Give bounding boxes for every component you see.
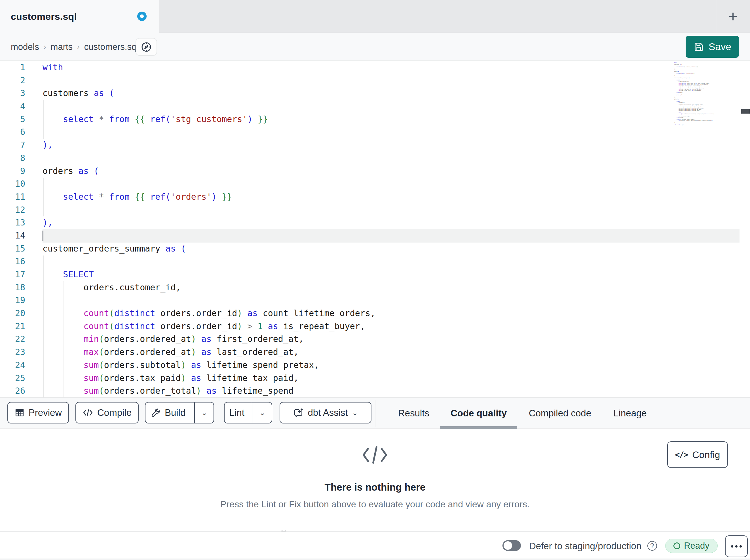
line-number: 1 [0,61,25,74]
lint-split-divider [252,402,252,423]
line-number: 4 [0,100,25,113]
code-line[interactable] [42,203,739,216]
preview-table-icon [15,408,25,418]
editor-gutter: 1234567891011121314151617181920212223242… [0,61,25,397]
config-code-icon: </> [675,450,688,459]
lint-dropdown-button[interactable]: ⌄ [253,409,272,417]
line-number: 13 [0,216,25,229]
new-tab-button[interactable]: + [723,6,744,27]
dot-icon [739,545,742,547]
lint-split-button: Lint ⌄ [224,402,272,423]
code-line[interactable]: orders as ( [42,165,739,178]
line-number: 14 [0,229,25,242]
line-number: 22 [0,333,25,346]
code-line[interactable]: customer_orders_summary as ( [42,242,739,255]
toolbar-group-divider [375,400,375,427]
code-line[interactable] [42,100,739,113]
tab-title: customers.sql [11,11,77,22]
code-line[interactable]: sum(orders.subtotal) as lifetime_spend_p… [42,359,739,372]
line-number: 18 [0,281,25,294]
code-line[interactable]: ), [42,139,739,151]
scrollbar-thumb[interactable] [741,109,750,113]
compile-code-icon [82,409,93,417]
editor-tab-customers-sql[interactable]: customers.sql [0,0,159,33]
code-line[interactable]: sum(orders.tax_paid) as lifetime_tax_pai… [42,372,739,385]
code-line[interactable] [42,255,739,268]
line-number: 6 [0,125,25,139]
code-line[interactable] [42,177,739,190]
code-line[interactable]: SELECT [42,268,739,281]
build-split-divider [194,402,195,423]
editor-toolbar: Preview Compile Build ⌄ Lint ⌄ [0,397,750,429]
code-line[interactable]: customers as ( [42,87,739,100]
line-number: 16 [0,255,25,268]
code-line[interactable] [42,294,739,307]
unsaved-changes-dot-icon [137,12,146,21]
breadcrumb-item-customers-sql[interactable]: customers.sql [84,42,138,52]
build-button-label: Build [165,407,185,418]
defer-label: Defer to staging/production [529,532,642,560]
code-line[interactable]: orders.customer_id, [42,281,739,294]
code-line[interactable]: sum(orders.order_total) as lifetime_spen… [42,385,739,397]
build-button[interactable]: Build [145,407,191,418]
line-number: 10 [0,177,25,190]
code-line[interactable]: max(orders.ordered_at) as last_ordered_a… [42,346,739,359]
breadcrumb-item-models[interactable]: models [11,42,39,52]
save-button[interactable]: Save [686,36,739,58]
preview-button-label: Preview [28,407,62,418]
code-editor[interactable]: 1234567891011121314151617181920212223242… [0,61,750,397]
code-line[interactable] [42,125,739,139]
breadcrumb-item-marts[interactable]: marts [51,42,73,52]
build-dropdown-button[interactable]: ⌄ [195,409,214,417]
editor-minimap[interactable]: with customers as ( select * from {{ ref… [674,62,739,126]
dot-icon [735,545,737,547]
line-number: 9 [0,165,25,178]
code-line[interactable] [42,229,739,242]
toggle-knob [504,541,512,550]
dbt-assist-sparkle-chat-icon [293,407,304,418]
line-number: 2 [0,74,25,87]
code-line[interactable] [42,151,739,165]
config-button-label: Config [692,449,720,460]
empty-state-title: There is nothing here [0,481,750,493]
line-number: 21 [0,320,25,333]
tab-bar: customers.sql + [0,0,750,33]
active-tab-underline [440,426,517,429]
defer-toggle[interactable] [502,540,521,551]
line-number: 8 [0,151,25,165]
compile-button[interactable]: Compile [75,402,139,423]
line-number: 12 [0,203,25,216]
dbt-assist-button[interactable]: dbt Assist ⌄ [280,402,372,423]
tab-code-quality[interactable]: Code quality [451,398,507,429]
code-line[interactable]: select * from {{ ref('orders') }} [42,190,739,203]
dbt-assist-chevron-icon: ⌄ [352,409,358,417]
help-icon[interactable]: ? [647,541,657,551]
tab-lineage[interactable]: Lineage [613,398,647,429]
ready-label: Ready [684,541,709,551]
tab-results[interactable]: Results [398,398,429,429]
code-line[interactable]: count(distinct orders.order_id) as count… [42,307,739,320]
empty-state-subtitle: Press the Lint or Fix button above to ev… [0,499,750,510]
lint-button[interactable]: Lint [224,407,249,418]
code-line[interactable]: with [42,61,739,74]
line-number: 3 [0,87,25,100]
config-button[interactable]: </> Config [667,441,728,468]
code-line[interactable]: count(distinct orders.order_id) > 1 as i… [42,320,739,333]
code-line[interactable]: ), [42,216,739,229]
code-line[interactable]: min(orders.ordered_at) as first_ordered_… [42,333,739,346]
editor-code[interactable]: withcustomers as ( select * from {{ ref(… [42,61,739,397]
dot-icon [731,545,733,547]
more-options-button[interactable] [725,535,748,557]
explore-lineage-button[interactable] [136,38,157,56]
code-line[interactable] [42,74,739,87]
line-number: 19 [0,294,25,307]
breadcrumb-separator-icon: › [44,42,46,51]
build-wrench-icon [151,408,161,417]
code-line[interactable]: select * from {{ ref('stg_customers') }} [42,113,739,126]
editor-scrollbar[interactable] [740,61,750,397]
preview-button[interactable]: Preview [7,402,69,423]
dbt-assist-button-label: dbt Assist [308,407,348,418]
save-button-label: Save [709,41,731,53]
tab-compiled-code[interactable]: Compiled code [529,398,591,429]
window-bottom-edge [0,559,750,560]
